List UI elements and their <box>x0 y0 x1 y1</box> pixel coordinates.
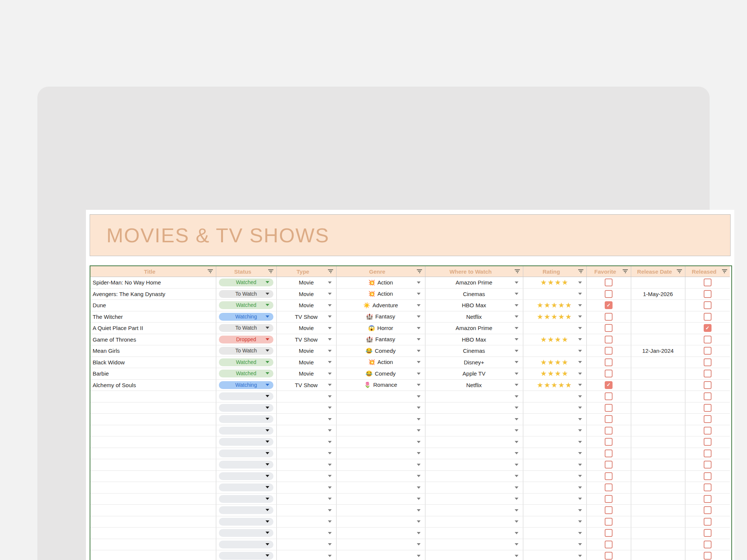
cell-where-to-watch[interactable] <box>425 550 523 560</box>
dropdown-arrow-icon[interactable] <box>328 498 332 500</box>
status-pill[interactable] <box>219 392 273 400</box>
favorite-checkbox[interactable] <box>605 313 613 321</box>
released-checkbox[interactable] <box>704 495 712 503</box>
cell-genre[interactable]: 😂Comedy <box>336 345 425 357</box>
cell-type[interactable]: Movie <box>276 300 336 311</box>
cell-rating[interactable]: ★★★★ <box>523 357 586 368</box>
dropdown-arrow-icon[interactable] <box>417 498 421 500</box>
cell-title[interactable] <box>90 505 216 516</box>
cell-title[interactable] <box>90 528 216 539</box>
cell-title[interactable] <box>90 539 216 550</box>
cell-release-date[interactable] <box>631 402 685 414</box>
cell-type[interactable]: TV Show <box>276 311 336 323</box>
filter-icon[interactable] <box>722 270 727 274</box>
favorite-checkbox[interactable] <box>605 518 613 526</box>
cell-favorite[interactable] <box>586 505 631 516</box>
cell-released[interactable] <box>685 391 730 402</box>
cell-type[interactable] <box>276 414 336 425</box>
dropdown-arrow-icon[interactable] <box>515 315 518 318</box>
cell-released[interactable] <box>685 414 730 425</box>
status-pill[interactable] <box>219 506 273 514</box>
cell-title[interactable]: Alchemy of Souls <box>90 379 216 391</box>
dropdown-arrow-icon[interactable] <box>578 520 582 523</box>
dropdown-arrow-icon[interactable] <box>266 338 269 340</box>
dropdown-arrow-icon[interactable] <box>328 338 332 340</box>
cell-favorite[interactable] <box>586 311 631 323</box>
cell-type[interactable]: TV Show <box>276 379 336 391</box>
cell-title[interactable] <box>90 482 216 494</box>
cell-rating[interactable]: ★★★★★ <box>523 300 586 311</box>
status-pill[interactable]: To Watch <box>219 290 273 298</box>
cell-rating[interactable]: ★★★★ <box>523 277 586 289</box>
cell-released[interactable] <box>685 425 730 436</box>
status-pill[interactable] <box>219 518 273 526</box>
cell-rating[interactable]: ★★★★ <box>523 334 586 345</box>
dropdown-arrow-icon[interactable] <box>515 486 518 489</box>
cell-where-to-watch[interactable] <box>425 470 523 482</box>
favorite-checkbox[interactable] <box>605 415 613 423</box>
dropdown-arrow-icon[interactable] <box>417 520 421 523</box>
cell-type[interactable] <box>276 539 336 550</box>
cell-type[interactable] <box>276 482 336 494</box>
released-checkbox[interactable] <box>704 279 712 286</box>
dropdown-arrow-icon[interactable] <box>266 293 269 295</box>
cell-type[interactable] <box>276 459 336 471</box>
cell-where-to-watch[interactable]: Cinemas <box>425 345 523 357</box>
dropdown-arrow-icon[interactable] <box>417 395 421 398</box>
cell-released[interactable] <box>685 357 730 368</box>
cell-status[interactable]: Dropped <box>216 334 276 345</box>
dropdown-arrow-icon[interactable] <box>266 520 269 523</box>
cell-released[interactable] <box>685 334 730 345</box>
released-checkbox[interactable] <box>704 336 712 343</box>
dropdown-arrow-icon[interactable] <box>515 338 518 340</box>
dropdown-arrow-icon[interactable] <box>328 520 332 523</box>
cell-favorite[interactable] <box>586 470 631 482</box>
dropdown-arrow-icon[interactable] <box>417 327 421 329</box>
dropdown-arrow-icon[interactable] <box>417 315 421 318</box>
dropdown-arrow-icon[interactable] <box>578 429 582 432</box>
cell-released[interactable] <box>685 459 730 471</box>
cell-title[interactable] <box>90 493 216 505</box>
dropdown-arrow-icon[interactable] <box>515 373 518 375</box>
dropdown-arrow-icon[interactable] <box>417 384 421 386</box>
cell-rating[interactable] <box>523 482 586 494</box>
cell-type[interactable] <box>276 528 336 539</box>
dropdown-arrow-icon[interactable] <box>266 486 269 488</box>
dropdown-arrow-icon[interactable] <box>266 361 269 363</box>
cell-rating[interactable] <box>523 528 586 539</box>
cell-title[interactable] <box>90 448 216 459</box>
dropdown-arrow-icon[interactable] <box>515 418 518 420</box>
cell-status[interactable]: Watched <box>216 357 276 368</box>
favorite-checkbox[interactable] <box>605 347 613 355</box>
status-pill[interactable] <box>219 449 273 457</box>
cell-genre[interactable] <box>336 402 425 414</box>
released-checkbox[interactable] <box>704 415 712 423</box>
status-pill[interactable]: Watching <box>219 313 273 321</box>
released-checkbox[interactable] <box>704 392 712 400</box>
dropdown-arrow-icon[interactable] <box>515 350 518 352</box>
cell-status[interactable] <box>216 550 276 560</box>
cell-rating[interactable] <box>523 448 586 459</box>
cell-where-to-watch[interactable]: Amazon Prime <box>425 277 523 289</box>
released-checkbox[interactable] <box>704 449 712 457</box>
cell-release-date[interactable] <box>631 391 685 402</box>
cell-release-date[interactable] <box>631 436 685 448</box>
dropdown-arrow-icon[interactable] <box>328 384 332 386</box>
favorite-checkbox[interactable] <box>605 552 613 560</box>
dropdown-arrow-icon[interactable] <box>578 486 582 489</box>
cell-released[interactable] <box>685 482 730 494</box>
cell-status[interactable] <box>216 436 276 448</box>
dropdown-arrow-icon[interactable] <box>417 338 421 340</box>
cell-genre[interactable]: 🌷Romance <box>336 379 425 391</box>
dropdown-arrow-icon[interactable] <box>417 429 421 432</box>
cell-status[interactable] <box>216 402 276 414</box>
cell-released[interactable] <box>685 311 730 323</box>
cell-where-to-watch[interactable] <box>425 391 523 402</box>
cell-release-date[interactable] <box>631 528 685 539</box>
dropdown-arrow-icon[interactable] <box>328 475 332 477</box>
dropdown-arrow-icon[interactable] <box>417 486 421 489</box>
cell-status[interactable]: To Watch <box>216 288 276 300</box>
cell-title[interactable] <box>90 516 216 528</box>
cell-where-to-watch[interactable]: Apple TV <box>425 368 523 380</box>
cell-title[interactable]: Barbie <box>90 368 216 380</box>
